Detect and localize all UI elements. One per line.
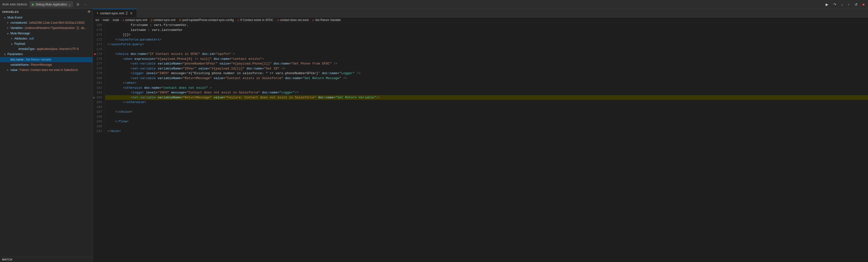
line-number[interactable]: 175 xyxy=(93,52,105,57)
attributes-item[interactable]: > Attributes : null xyxy=(0,36,93,41)
debug-controls: ▶ ↷ ↓ ↑ ↺ ■ xyxy=(825,2,866,7)
correlation-id-item[interactable]: > correlationId : 1e6d2390-12ab-11ed-99c… xyxy=(0,20,93,26)
line-number[interactable]: 181 xyxy=(93,81,105,85)
code-line-181: 181 </when> xyxy=(93,81,868,85)
code-line-184: ▷184 <set-variable variableName="ReturnM… xyxy=(93,95,868,100)
line-number[interactable]: 169 xyxy=(93,23,105,28)
code-line-186: 186 xyxy=(93,105,868,110)
step-out-button[interactable]: ↑ xyxy=(847,2,851,7)
code-content: firstname : vars.firstnameVar, xyxy=(105,23,868,28)
gear-button[interactable]: ⚙ xyxy=(75,2,81,7)
code-content xyxy=(105,47,868,52)
code-content: <set-variable variableName="ReturnMessag… xyxy=(105,76,868,81)
expand-icon: > xyxy=(7,68,10,72)
line-number[interactable]: 172 xyxy=(93,37,105,42)
code-content: <otherwise doc:name="contact does not ex… xyxy=(105,85,868,90)
watch-header[interactable]: WATCH xyxy=(0,257,93,262)
doc-name-item[interactable]: doc:name : Set Return Variable xyxy=(0,57,93,62)
line-number[interactable]: 179 xyxy=(93,71,105,76)
code-container[interactable]: 169 firstname : vars.firstnameVar,170 la… xyxy=(93,23,868,262)
line-number[interactable]: ▷184 xyxy=(93,95,105,100)
xml-file-icon: ✦ xyxy=(96,12,99,15)
value-item[interactable]: > value : Failure: Contact does not exis… xyxy=(0,68,93,73)
line-number[interactable]: 177 xyxy=(93,61,105,66)
code-line-175: 175 <choice doc:name="If Contact exists … xyxy=(93,52,868,57)
breadcrumb: src › main › mule › ≡ contact-sync.xml ›… xyxy=(93,17,868,23)
value-val: Failure: Contact does not exist in Sales… xyxy=(20,68,78,72)
code-content: <when expression="#[payload.Phone[0] != … xyxy=(105,57,868,62)
code-content: <logger level="INFO" message='#["Existin… xyxy=(105,71,868,76)
line-number[interactable]: 188 xyxy=(93,114,105,119)
line-number[interactable]: 170 xyxy=(93,28,105,33)
no-expand xyxy=(7,63,10,67)
code-line-189: 189 </flow> xyxy=(93,119,868,124)
restart-button[interactable]: ↺ xyxy=(854,2,859,7)
line-number[interactable]: 180 xyxy=(93,76,105,81)
top-toolbar: RUN AND DEBUG ▶ Debug Mule Application ⌄… xyxy=(0,0,868,9)
expand-icon: > xyxy=(7,21,10,25)
code-content: </mule> xyxy=(105,129,868,134)
mule-event-item[interactable]: ∨ Mule Event xyxy=(0,15,93,20)
parameters-item[interactable]: ∨ Parameters xyxy=(0,52,93,57)
line-number[interactable]: 183 xyxy=(93,90,105,95)
code-line-169: 169 firstname : vars.firstnameVar, xyxy=(93,23,868,28)
code-line-187: 187 </choice> xyxy=(93,110,868,114)
media-type-key: #mediaType xyxy=(18,47,34,51)
value-key: value xyxy=(10,68,18,72)
continue-button[interactable]: ▶ xyxy=(825,2,829,7)
code-line-188: 188 xyxy=(93,114,868,119)
media-type-item[interactable]: #mediaType : application/java; charset=U… xyxy=(0,46,93,52)
code-content xyxy=(105,114,868,119)
variables-key: Variables xyxy=(10,26,23,30)
payload-item[interactable]: ∨ Payload xyxy=(0,41,93,46)
code-line-185: 185 </otherwise> xyxy=(93,100,868,105)
line-number[interactable]: 171 xyxy=(93,32,105,37)
code-line-182: 182 <otherwise doc:name="contact does no… xyxy=(93,85,868,90)
bc-root: {} contact-sync.xml xyxy=(151,18,175,22)
line-number[interactable]: 173 xyxy=(93,42,105,47)
line-number[interactable]: 174 xyxy=(93,47,105,52)
bc-otherwise: ⊘ contact does not exist xyxy=(277,18,309,22)
step-over-button[interactable]: ↷ xyxy=(832,2,837,7)
code-table: 169 firstname : vars.firstnameVar,170 la… xyxy=(93,23,868,134)
variable-name-item[interactable]: variableName : ReturnMessage xyxy=(0,62,93,68)
expand-icon: > xyxy=(11,37,14,41)
code-content: <set-variable variableName="phoneNumberS… xyxy=(105,61,868,66)
refresh-icon[interactable]: ⟳ xyxy=(88,10,91,13)
line-number[interactable]: 189 xyxy=(93,119,105,124)
variable-name-val: ReturnMessage xyxy=(31,63,52,67)
line-number[interactable]: 187 xyxy=(93,110,105,114)
run-debug-label: RUN AND DEBUG xyxy=(2,3,27,6)
line-number[interactable]: 178 xyxy=(93,66,105,71)
line-number[interactable]: 186 xyxy=(93,105,105,110)
code-line-179: 179 <logger level="INFO" message='#["Exi… xyxy=(93,71,868,76)
bc-choice: ⊙ If Contact exists in SFDC xyxy=(237,18,274,22)
more-button[interactable]: ··· xyxy=(83,2,88,7)
variables-item[interactable]: > Variables : {outboundHeaders=TypedValu… xyxy=(0,26,93,31)
no-expand xyxy=(15,47,18,51)
debug-current-arrow: ▷ xyxy=(93,96,95,100)
attributes-key: Attributes xyxy=(14,36,27,41)
code-line-178: 178 <set-variable variableName="IDVar" v… xyxy=(93,66,868,71)
config-name: Debug Mule Application xyxy=(36,3,67,6)
mule-message-item[interactable]: ∨ Mule Message: xyxy=(0,31,93,36)
tab-contact-sync[interactable]: ✦ contact-sync.xml 2 ✕ xyxy=(93,9,137,17)
line-number[interactable]: 191 xyxy=(93,129,105,134)
tab-close-button[interactable]: ✕ xyxy=(129,11,133,15)
line-number[interactable]: 185 xyxy=(93,100,105,105)
variable-name-key: variableName xyxy=(10,63,29,67)
code-line-190: 190 xyxy=(93,124,868,129)
line-number[interactable]: 176 xyxy=(93,57,105,62)
step-into-button[interactable]: ↓ xyxy=(840,2,844,7)
code-line-174: 174 xyxy=(93,47,868,52)
bc-main: main xyxy=(103,18,109,22)
code-line-173: 173</salesforce:query> xyxy=(93,42,868,47)
line-number[interactable]: 182 xyxy=(93,85,105,90)
stop-button[interactable]: ■ xyxy=(862,2,866,7)
bc-flow: ⦿ post:\updatePhone:contact-sync-config xyxy=(179,18,234,22)
line-number[interactable]: 190 xyxy=(93,124,105,129)
debug-config-button[interactable]: ▶ Debug Mule Application ⌄ xyxy=(30,1,73,7)
variables-header[interactable]: VARIABLES ⟳ xyxy=(0,9,93,14)
code-content: <set-variable variableName="IDVar" value… xyxy=(105,66,868,71)
code-content xyxy=(105,124,868,129)
